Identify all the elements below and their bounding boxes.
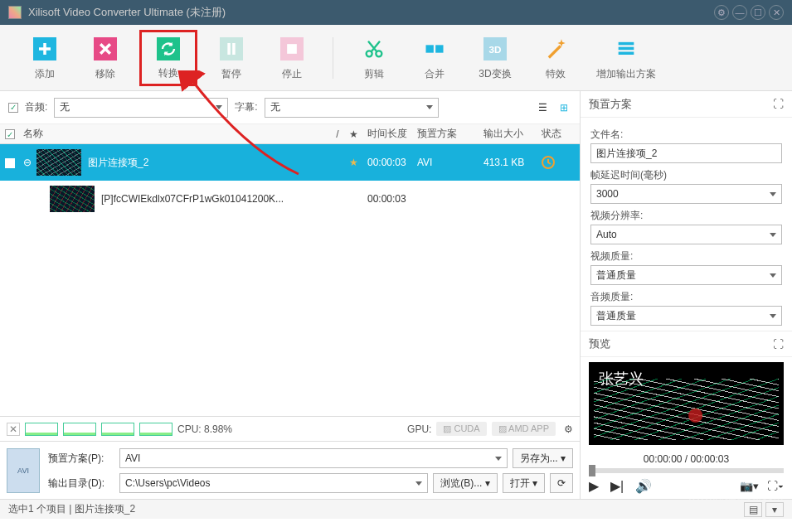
col-size[interactable]: 输出大小	[483, 127, 542, 141]
snapshot-icon[interactable]: 📷▾	[740, 480, 759, 492]
play-button[interactable]: ▶	[589, 478, 599, 494]
svg-rect-3	[220, 37, 243, 60]
file-row[interactable]: ⊖ 图片连接项_2 ★ 00:00:03 AVI 413.1 KB	[0, 144, 580, 181]
file-subrow[interactable]: [P]fcCWIEkdlx07CFrP1wGk01041200K... 00:0…	[0, 181, 580, 217]
amd-badge[interactable]: ▨ AMD APP	[492, 422, 556, 436]
header-checkbox[interactable]	[5, 129, 15, 139]
clip-button[interactable]: 剪辑	[354, 34, 394, 81]
status-list-icon[interactable]: ▤	[744, 502, 762, 517]
svg-rect-14	[619, 42, 634, 46]
filename-input[interactable]: 图片连接项_2	[590, 143, 782, 163]
divider	[333, 37, 333, 79]
preset-label: 预置方案(P):	[48, 452, 114, 466]
thumbnail	[36, 149, 81, 176]
file-status	[542, 156, 575, 169]
video-quality-select[interactable]: 普通质量	[590, 265, 782, 285]
star-icon[interactable]: ★	[349, 157, 367, 168]
file-name: 图片连接项_2	[88, 156, 349, 170]
audio-quality-label: 音频质量:	[590, 290, 782, 304]
pause-icon	[216, 34, 246, 64]
wand-icon	[541, 34, 571, 64]
list-header: 名称 / ★ 时间长度 预置方案 输出大小 状态	[0, 124, 580, 144]
expand-icon[interactable]: ⛶	[773, 98, 784, 110]
close-monitor-icon[interactable]: ✕	[7, 423, 20, 436]
x-icon	[90, 34, 120, 64]
browse-button[interactable]: 浏览(B)... ▾	[433, 473, 497, 493]
col-name[interactable]: 名称	[23, 127, 326, 141]
volume-icon[interactable]: 🔊	[635, 478, 652, 494]
grid-view-icon[interactable]: ⊞	[556, 100, 571, 115]
audio-quality-select[interactable]: 普通质量	[590, 306, 782, 326]
open-button[interactable]: 打开 ▾	[503, 473, 545, 493]
step-button[interactable]: ▶|	[610, 478, 624, 494]
col-preset[interactable]: 预置方案	[417, 127, 483, 141]
preview-title: 预览 ⛶	[581, 331, 792, 357]
effects-button[interactable]: 特效	[536, 34, 576, 81]
save-as-button[interactable]: 另存为... ▾	[513, 448, 573, 468]
audio-select[interactable]: 无	[54, 98, 228, 118]
svg-rect-7	[287, 44, 297, 54]
subtitle-label: 字幕:	[235, 100, 257, 114]
svg-text:3D: 3D	[489, 44, 502, 55]
add-profile-button[interactable]: 增加输出方案	[596, 34, 656, 81]
refresh-icon	[153, 36, 183, 63]
pause-button[interactable]: 暂停	[211, 34, 251, 81]
row-checkbox[interactable]	[5, 158, 15, 168]
titlebar: Xilisoft Video Converter Ultimate (未注册) …	[0, 0, 792, 25]
gpu-label: GPU:	[407, 423, 431, 435]
status-collapse-icon[interactable]: ▾	[765, 502, 784, 517]
audio-label: 音频:	[25, 100, 47, 114]
cpu-core-meter	[25, 423, 58, 436]
outdir-label: 输出目录(D):	[48, 476, 114, 491]
remove-button[interactable]: 移除	[85, 34, 125, 81]
app-logo-icon	[8, 6, 22, 19]
col-status[interactable]: 状态	[542, 127, 575, 141]
preview-panel: 预览 ⛶ 张艺兴 00:00:00 / 00:00:03 ▶ ▶| 🔊 📷▾ ⛶…	[581, 331, 792, 499]
file-duration: 00:00:03	[367, 193, 575, 205]
subtitle-select[interactable]: 无	[265, 98, 439, 118]
outdir-select[interactable]: C:\Users\pc\Videos	[119, 473, 428, 493]
merge-button[interactable]: 合并	[415, 34, 454, 81]
main-toolbar: 添加 移除 转换 暂停 停止 剪辑 合并 3D 3D变换 特效 增加输出方案	[0, 25, 792, 91]
cuda-badge[interactable]: ▨ CUDA	[436, 422, 486, 436]
add-button[interactable]: 添加	[25, 34, 65, 81]
collapse-icon[interactable]: ⊖	[23, 157, 36, 168]
close-icon[interactable]: ✕	[769, 5, 784, 20]
select-all-checkbox[interactable]	[8, 103, 18, 113]
resolution-select[interactable]: Auto	[590, 225, 782, 244]
preview-video[interactable]: 张艺兴	[589, 362, 784, 445]
cpu-core-meter	[101, 423, 134, 436]
col-star[interactable]: ★	[349, 128, 367, 140]
video-overlay-text: 张艺兴	[599, 369, 644, 389]
col-duration[interactable]: 时间长度	[367, 127, 417, 141]
history-icon[interactable]: ⟳	[550, 473, 573, 493]
file-size: 413.1 KB	[483, 157, 542, 168]
list-view-icon[interactable]: ☰	[535, 100, 550, 115]
fullscreen-icon[interactable]: ⛶▾	[767, 480, 784, 492]
maximize-icon[interactable]: ☐	[751, 5, 765, 20]
3d-convert-button[interactable]: 3D 3D变换	[475, 34, 515, 81]
timecode-label: 00:00:00 / 00:00:03	[581, 450, 792, 468]
minimize-icon[interactable]: —	[732, 5, 747, 20]
svg-rect-15	[619, 47, 634, 51]
settings-icon[interactable]: ⚙	[714, 5, 729, 20]
seek-slider[interactable]	[589, 468, 784, 473]
svg-rect-4	[227, 43, 231, 55]
stop-button[interactable]: 停止	[272, 34, 312, 81]
scissors-icon	[359, 34, 389, 64]
file-name: [P]fcCWIEkdlx07CFrP1wGk01041200K...	[101, 193, 367, 205]
3d-icon: 3D	[480, 34, 510, 64]
delay-select[interactable]: 3000	[590, 184, 782, 204]
main-left-pane: 音频: 无 字幕: 无 ☰ ⊞ 名称 / ★ 时间长度 预置方案 输出大小 状态…	[0, 91, 581, 499]
preset-select[interactable]: AVI	[119, 448, 508, 468]
gear-icon[interactable]: ⚙	[564, 423, 573, 435]
file-list: ⊖ 图片连接项_2 ★ 00:00:03 AVI 413.1 KB [P]fcC…	[0, 144, 580, 416]
filename-label: 文件名:	[590, 128, 782, 142]
expand-icon[interactable]: ⛶	[773, 338, 784, 351]
convert-button[interactable]: 转换	[139, 30, 197, 86]
cpu-core-meter	[139, 423, 172, 436]
output-bar: AVI 预置方案(P): AVI 另存为... ▾ 输出目录(D): C:\Us…	[0, 441, 580, 499]
seek-handle[interactable]	[589, 465, 595, 476]
preset-form: 文件名: 图片连接项_2 帧延迟时间(毫秒) 3000 视频分辨率: Auto …	[581, 118, 792, 331]
file-duration: 00:00:03	[367, 157, 417, 168]
